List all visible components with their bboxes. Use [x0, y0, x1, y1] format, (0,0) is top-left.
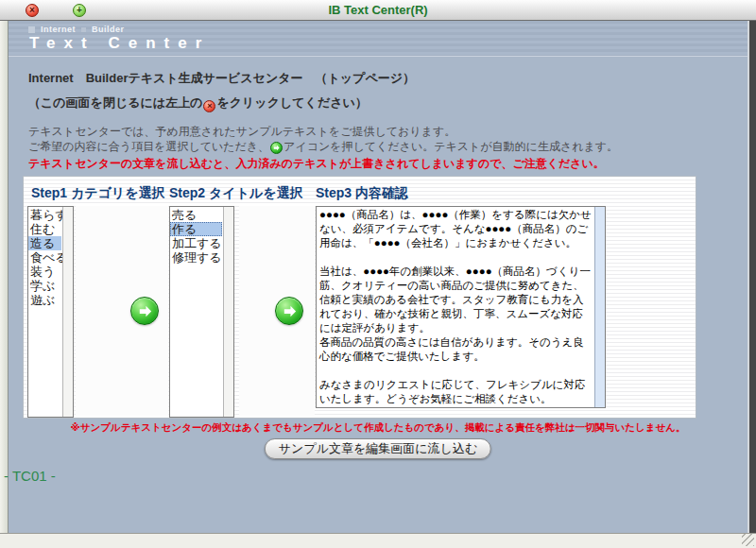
brand-word-internet: Internet: [41, 25, 76, 34]
inline-close-icon: ×: [203, 100, 215, 112]
resize-grip-icon[interactable]: [742, 534, 754, 546]
inline-green-arrow-icon: [270, 142, 283, 154]
description-line-2-before: ご希望の内容に合う項目を選択していただき、: [28, 140, 269, 153]
page-body: Internet Builder Text Center Internet Bu…: [9, 21, 747, 533]
overwrite-warning-text: テキストセンターの文章を流し込むと、入力済みのテキストが上書きされてしまいますの…: [28, 156, 605, 172]
category-listbox-scrollbar[interactable]: [62, 207, 73, 417]
list-item-selected[interactable]: 造る: [28, 236, 61, 250]
window-title: IB Text Center(R): [0, 3, 756, 17]
category-list: 暮らす 住む 造る 食べる 装う 学ぶ 遊ぶ: [28, 208, 61, 307]
list-item[interactable]: 食べる: [28, 250, 61, 265]
preview-text: ●●●●（商品名）は、●●●●（作業）をする際には欠かせない、必須アイテムです。…: [317, 207, 593, 407]
window-left-edge: [0, 21, 9, 533]
brand-word-builder: Builder: [92, 25, 125, 34]
category-listbox[interactable]: 暮らす 住む 造る 食べる 装う 学ぶ 遊ぶ: [27, 206, 74, 418]
page-header: Internet Builder Text Center: [9, 21, 747, 57]
generate-titles-arrow-button[interactable]: [130, 297, 159, 325]
list-item[interactable]: 修理する: [170, 250, 222, 265]
arrow-right-icon: [281, 302, 299, 320]
list-item[interactable]: 住む: [28, 222, 61, 236]
title-list: 売る 作る 加工する 修理する: [170, 208, 222, 265]
title-listbox[interactable]: 売る 作る 加工する 修理する: [169, 206, 234, 418]
description-line-2-after: アイコンを押してください。テキストが自動的に生成されます。: [284, 140, 618, 153]
page-title: Internet Builderテキスト生成サービスセンター （トップページ）: [28, 70, 415, 87]
close-instruction-after: をクリックしてください）: [216, 95, 367, 110]
list-item[interactable]: 加工する: [170, 236, 222, 250]
window-statusbar: [0, 533, 756, 548]
disclaimer-text: ※サンプルテキストセンターの例文はあくまでもサンプルとして作成したものであり、掲…: [9, 421, 747, 435]
preview-textarea[interactable]: ●●●●（商品名）は、●●●●（作業）をする際には欠かせない、必須アイテムです。…: [316, 206, 606, 408]
brand-line: Internet Builder: [28, 25, 125, 34]
window-right-edge: [749, 21, 756, 533]
close-instruction: （この画面を閉じるには左上の×をクリックしてください）: [28, 94, 368, 112]
page-code: - TC01 -: [4, 468, 56, 484]
close-icon-glyph: ×: [207, 102, 212, 111]
load-sample-button[interactable]: サンプル文章を編集画面に流し込む: [265, 438, 491, 459]
preview-scrollbar[interactable]: [594, 207, 605, 407]
brand-square-icon: [28, 26, 35, 33]
title-listbox-scrollbar[interactable]: [223, 207, 233, 417]
close-instruction-before: （この画面を閉じるには左上の: [28, 95, 202, 110]
arrow-right-icon: [136, 302, 154, 320]
brand-square-icon: [81, 27, 86, 32]
list-item-selected[interactable]: 作る: [170, 222, 222, 236]
generate-text-arrow-button[interactable]: [275, 297, 303, 325]
description-line-1: テキストセンターでは、予め用意されたサンプルテキストをご提供しております。: [28, 124, 455, 140]
list-item[interactable]: 売る: [170, 208, 222, 222]
step3-heading: Step3 内容確認: [316, 185, 408, 202]
logo-title: Text Center: [29, 34, 210, 53]
step2-heading: Step2 タイトルを選択: [169, 185, 303, 202]
selection-panel: Step1 カテゴリを選択 Step2 タイトルを選択 Step3 内容確認 暮…: [23, 176, 696, 419]
list-item[interactable]: 遊ぶ: [28, 293, 61, 307]
list-item[interactable]: 暮らす: [28, 208, 61, 222]
step1-heading: Step1 カテゴリを選択: [31, 185, 165, 202]
list-item[interactable]: 学ぶ: [28, 279, 61, 293]
description-line-2: ご希望の内容に合う項目を選択していただき、アイコンを押してください。テキストが自…: [28, 139, 618, 155]
window-titlebar: × + IB Text Center(R): [0, 0, 756, 21]
list-item[interactable]: 装う: [28, 265, 61, 279]
